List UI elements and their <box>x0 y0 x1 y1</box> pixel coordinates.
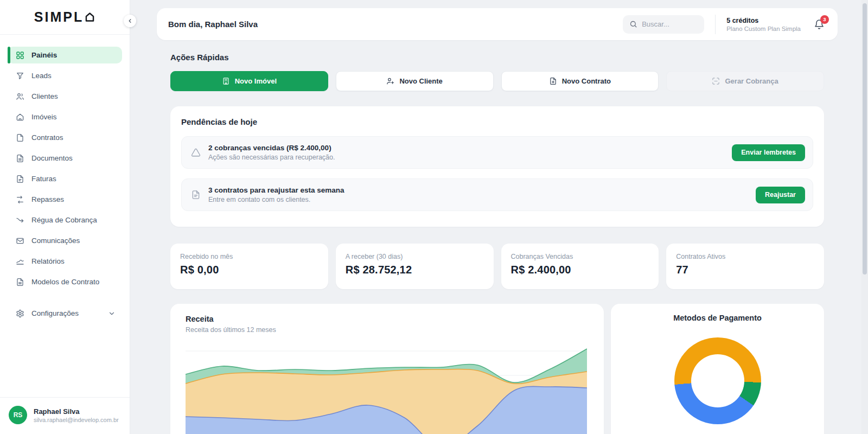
sidebar-item-regua-de-cobranca[interactable]: Régua de Cobrança <box>8 212 122 228</box>
sidebar-item-imoveis[interactable]: Imóveis <box>8 108 122 125</box>
chart-icon <box>16 257 24 266</box>
send-reminders-button[interactable]: Enviar lembretes <box>732 144 805 161</box>
pending-item-subtitle: Ações são necessárias para recuperação. <box>208 154 335 161</box>
scan-icon <box>712 77 720 85</box>
sidebar-item-comunicacoes[interactable]: Comunicações <box>8 232 122 249</box>
generate-billing-label: Gerar Cobrança <box>725 77 778 85</box>
header-bar: Bom dia, Raphael Silva 5 créditos Plano … <box>157 8 838 40</box>
stat-card-overdue: Cobranças Vencidas R$ 2.400,00 <box>501 244 659 289</box>
pending-item-readjust: 3 contratos para reajustar esta semana E… <box>181 178 813 211</box>
file-text-icon <box>16 154 24 163</box>
quick-actions-title: Ações Rápidas <box>170 53 229 62</box>
sidebar-item-repasses[interactable]: Repasses <box>8 191 122 208</box>
gear-icon <box>16 309 24 318</box>
sidebar-item-faturas[interactable]: Faturas <box>8 170 122 187</box>
mail-icon <box>16 237 24 245</box>
file-text-icon <box>191 190 201 200</box>
greeting-text: Bom dia, Raphael Silva <box>168 20 258 29</box>
sidebar-item-label: Configurações <box>31 309 79 317</box>
new-contract-label: Novo Contrato <box>562 77 611 85</box>
grid-icon <box>16 51 24 60</box>
user-profile[interactable]: RS Raphael Silva silva.raphael@indevelop… <box>0 397 130 434</box>
search-input[interactable] <box>642 20 698 28</box>
sidebar-item-documentos[interactable]: Documentos <box>8 150 122 167</box>
generate-billing-button[interactable]: Gerar Cobrança <box>666 71 824 91</box>
sidebar-item-label: Imóveis <box>31 113 57 121</box>
chevron-left-icon <box>127 18 133 24</box>
flow-arrow-icon <box>16 216 24 225</box>
sidebar-item-leads[interactable]: Leads <box>8 67 122 84</box>
sidebar-item-contratos[interactable]: Contratos <box>8 129 122 146</box>
new-property-label: Novo Imóvel <box>235 77 277 85</box>
pending-title: Pendências de hoje <box>181 117 813 126</box>
notifications-button[interactable]: 3 <box>814 19 825 30</box>
sidebar-item-clientes[interactable]: Clientes <box>8 88 122 105</box>
new-property-button[interactable]: Novo Imóvel <box>170 71 328 91</box>
sidebar-item-label: Documentos <box>31 154 73 162</box>
file-plus-icon <box>549 77 557 85</box>
search-box[interactable] <box>623 15 704 34</box>
payment-methods-donut-chart <box>674 337 761 424</box>
sidebar-item-label: Régua de Cobrança <box>31 216 97 224</box>
revenue-area-chart <box>186 344 587 434</box>
notification-badge: 3 <box>820 15 829 24</box>
pending-item-title: 2 cobranças vencidas (R$ 2.400,00) <box>208 144 335 152</box>
header-right: 5 créditos Plano Custom Plan Simpla 3 <box>623 15 825 34</box>
stat-value: 77 <box>676 264 814 276</box>
sidebar-item-label: Comunicações <box>31 237 80 245</box>
sidebar-nav: Painéis Leads Clientes Imóveis Contratos… <box>0 35 130 322</box>
sidebar-collapse-button[interactable] <box>124 15 136 27</box>
revenue-chart-title: Receita <box>186 315 589 323</box>
file-icon <box>16 133 24 142</box>
home-icon <box>16 113 24 122</box>
payment-methods-title: Metodos de Pagamento <box>626 314 809 322</box>
brand-logo: SIMPL <box>0 0 130 35</box>
sidebar-item-relatorios[interactable]: Relatórios <box>8 253 122 270</box>
revenue-chart-subtitle: Receita dos últimos 12 meses <box>186 326 589 334</box>
sidebar-item-label: Faturas <box>31 175 56 183</box>
brand-logo-text: SIMPL <box>34 9 84 25</box>
page-scrollbar-thumb[interactable] <box>863 3 867 275</box>
sidebar-item-label: Clientes <box>31 92 58 100</box>
revenue-chart-card: Receita Receita dos últimos 12 meses <box>170 304 604 434</box>
pending-item-title: 3 contratos para reajustar esta semana <box>208 186 344 194</box>
page-scrollbar-track <box>861 0 868 434</box>
readjust-button[interactable]: Reajustar <box>756 187 805 203</box>
user-plus-icon <box>386 77 394 85</box>
pending-item-overdue: 2 cobranças vencidas (R$ 2.400,00) Ações… <box>181 136 813 169</box>
sidebar-item-modelos-de-contrato[interactable]: Modelos de Contrato <box>8 273 122 290</box>
sidebar-item-label: Relatórios <box>31 257 65 265</box>
stat-value: R$ 0,00 <box>180 264 318 276</box>
charts-row: Receita Receita dos últimos 12 meses Met… <box>170 304 824 434</box>
stat-card-active-contracts: Contratos Ativos 77 <box>666 244 824 289</box>
invoice-icon <box>16 175 24 183</box>
stat-card-receivable: A receber (30 dias) R$ 28.752,12 <box>336 244 494 289</box>
stat-label: A receber (30 dias) <box>346 253 484 260</box>
credits-label: 5 créditos <box>726 17 801 24</box>
swap-arrows-icon <box>16 195 24 204</box>
payment-methods-card: Metodos de Pagamento <box>611 304 824 434</box>
sidebar: SIMPL Painéis Leads Clientes Imóveis Con… <box>0 0 130 434</box>
avatar: RS <box>9 406 27 424</box>
search-icon <box>629 20 637 28</box>
sidebar-item-configuracoes[interactable]: Configurações <box>8 305 122 322</box>
new-client-label: Novo Cliente <box>399 77 442 85</box>
pending-item-subtitle: Entre em contato com os clientes. <box>208 196 344 203</box>
quick-actions-row: Novo Imóvel Novo Cliente Novo Contrato G… <box>170 71 824 91</box>
header-divider <box>715 15 716 34</box>
credits-block: 5 créditos Plano Custom Plan Simpla <box>726 17 801 32</box>
stat-label: Recebido no mês <box>180 253 318 260</box>
sidebar-item-label: Painéis <box>31 51 57 59</box>
sidebar-item-label: Leads <box>31 72 52 80</box>
file-text-icon <box>16 278 24 286</box>
sidebar-item-paineis[interactable]: Painéis <box>8 47 122 63</box>
funnel-icon <box>16 72 24 80</box>
new-client-button[interactable]: Novo Cliente <box>336 71 494 91</box>
sidebar-item-label: Modelos de Contrato <box>31 278 99 286</box>
stat-card-received: Recebido no mês R$ 0,00 <box>170 244 328 289</box>
donut-wrap <box>626 337 809 424</box>
stat-label: Contratos Ativos <box>676 253 814 260</box>
stat-value: R$ 2.400,00 <box>511 264 649 276</box>
new-contract-button[interactable]: Novo Contrato <box>501 71 659 91</box>
house-logo-icon <box>84 11 95 23</box>
